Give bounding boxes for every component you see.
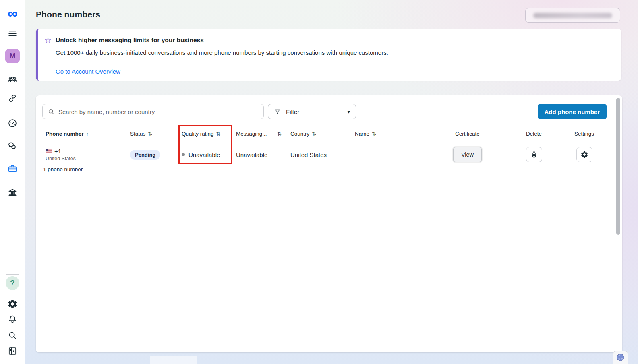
sidebar-item-links[interactable] xyxy=(7,93,18,103)
sort-icon: ⇅ xyxy=(148,131,152,137)
table-row: +1 United States Pending Unavailable Una… xyxy=(42,143,605,166)
column-header-quality-rating[interactable]: Quality rating ⇅ xyxy=(178,127,229,141)
app-window: ∞ M xyxy=(0,0,638,364)
status-cell: Pending xyxy=(127,143,174,166)
banner-divider xyxy=(56,63,612,63)
sidebar-item-users[interactable] xyxy=(7,74,18,85)
sort-asc-icon: ↑ xyxy=(86,131,89,137)
collapse-panel-icon[interactable] xyxy=(7,346,18,356)
sidebar-item-notifications[interactable] xyxy=(7,314,18,325)
column-header-country[interactable]: Country ⇅ xyxy=(287,127,348,141)
country-cell: United States xyxy=(287,143,348,166)
menu-icon[interactable] xyxy=(7,28,18,39)
column-header-name[interactable]: Name ⇅ xyxy=(352,127,426,141)
page-title: Phone numbers xyxy=(36,10,100,19)
filter-dropdown[interactable]: Filter ▾ xyxy=(268,104,356,119)
search-field xyxy=(42,104,264,119)
messaging-limit-cell: Unavailable xyxy=(233,143,283,166)
account-overview-link[interactable]: Go to Account Overview xyxy=(56,68,120,75)
globe-icon xyxy=(616,353,625,362)
workspace-avatar[interactable]: M xyxy=(5,49,20,63)
sidebar-item-search[interactable] xyxy=(7,330,18,341)
settings-cell xyxy=(563,143,605,166)
sort-icon: ⇅ xyxy=(372,131,376,137)
view-certificate-button[interactable]: View xyxy=(453,147,482,162)
link-icon xyxy=(7,93,18,103)
filter-label: Filter xyxy=(286,108,299,115)
banner-description: Get 1000+ daily business-initiated conve… xyxy=(56,49,388,56)
scrollbar-track[interactable] xyxy=(616,97,620,350)
meta-logo-icon[interactable]: ∞ xyxy=(7,6,18,20)
briefcase-icon xyxy=(7,163,18,174)
redacted-email xyxy=(533,13,612,18)
account-email-pill[interactable] xyxy=(525,8,620,23)
search-icon xyxy=(7,330,18,341)
certificate-cell: View xyxy=(430,143,505,166)
delete-cell xyxy=(509,143,559,166)
delete-button[interactable] xyxy=(526,147,542,162)
users-icon xyxy=(7,74,18,85)
gauge-icon xyxy=(7,118,18,128)
column-header-settings: Settings xyxy=(563,127,605,141)
sort-icon: ⇅ xyxy=(277,131,282,137)
quality-rating-cell: Unavailable xyxy=(178,143,229,166)
sidebar: ∞ M xyxy=(0,0,25,364)
dial-code: +1 xyxy=(54,148,61,155)
phone-number-cell: +1 United States xyxy=(42,143,123,166)
funnel-icon xyxy=(274,108,281,115)
language-globe-button[interactable] xyxy=(613,351,628,364)
phone-country-label: United States xyxy=(46,156,76,161)
search-icon xyxy=(48,108,55,115)
phone-numbers-card: Filter ▾ Add phone number Phone number ↑… xyxy=(36,95,622,352)
search-input[interactable] xyxy=(58,108,263,115)
bell-icon xyxy=(7,314,18,325)
sidebar-item-messages[interactable] xyxy=(7,141,18,151)
column-header-status[interactable]: Status ⇅ xyxy=(127,127,174,141)
help-button[interactable]: ? xyxy=(6,276,19,290)
sidebar-item-dashboard[interactable] xyxy=(7,118,18,128)
column-header-certificate: Certificate xyxy=(430,127,505,141)
messaging-limits-banner: ☆ Unlock higher messaging limits for you… xyxy=(36,29,621,81)
name-cell xyxy=(352,143,426,166)
sidebar-item-billing[interactable] xyxy=(7,187,18,198)
sidebar-item-settings[interactable] xyxy=(7,299,18,309)
sidebar-item-phone-numbers-active[interactable] xyxy=(7,163,18,174)
status-badge: Pending xyxy=(130,150,160,160)
trash-icon xyxy=(530,151,538,159)
partial-bottom-element xyxy=(150,356,197,364)
panel-icon xyxy=(7,346,18,356)
gear-icon xyxy=(7,299,18,309)
column-header-phone-number[interactable]: Phone number ↑ xyxy=(42,127,123,141)
avatar-letter: M xyxy=(10,52,16,60)
quality-dot-icon xyxy=(182,153,185,156)
banner-title: Unlock higher messaging limits for your … xyxy=(56,37,204,44)
chevron-down-icon: ▾ xyxy=(347,109,350,115)
gear-icon xyxy=(580,151,588,159)
star-icon: ☆ xyxy=(44,35,52,45)
sort-icon: ⇅ xyxy=(216,131,221,137)
add-phone-number-button[interactable]: Add phone number xyxy=(538,104,607,119)
row-count-label: 1 phone number xyxy=(43,166,83,172)
column-header-messaging-limit[interactable]: Messaging... ⇅ xyxy=(233,127,283,141)
sidebar-divider xyxy=(6,274,19,275)
us-flag-icon xyxy=(46,149,52,153)
bank-icon xyxy=(7,187,18,198)
column-header-delete: Delete xyxy=(509,127,559,141)
scrollbar-thumb[interactable] xyxy=(616,98,620,235)
help-icon: ? xyxy=(10,279,15,287)
chat-bubbles-icon xyxy=(7,141,18,151)
sort-icon: ⇅ xyxy=(312,131,316,137)
row-settings-button[interactable] xyxy=(576,147,592,162)
table-header-row: Phone number ↑ Status ⇅ Quality rating ⇅… xyxy=(42,127,605,141)
